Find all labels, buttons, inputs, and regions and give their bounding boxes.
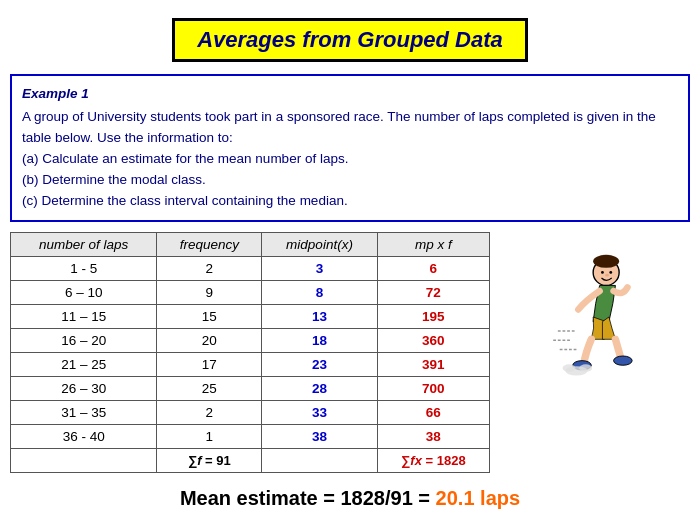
- col-header-mpf: mp x f: [377, 232, 489, 256]
- svg-point-8: [563, 364, 576, 371]
- cell-mp: 8: [262, 280, 377, 304]
- cell-freq: 17: [157, 352, 262, 376]
- col-header-freq: frequency: [157, 232, 262, 256]
- cell-freq: 1: [157, 424, 262, 448]
- sum-empty-2: [262, 448, 377, 472]
- mean-text: Mean estimate = 1828/91 =: [180, 487, 436, 509]
- cell-freq: 2: [157, 400, 262, 424]
- sum-row: ∑f = 91∑fx = 1828: [11, 448, 490, 472]
- table-header-row: number of laps frequency midpoint(x) mp …: [11, 232, 490, 256]
- svg-point-2: [601, 271, 604, 274]
- table-row: 36 - 4013838: [11, 424, 490, 448]
- cell-mp: 3: [262, 256, 377, 280]
- data-table: number of laps frequency midpoint(x) mp …: [10, 232, 490, 473]
- cell-freq: 9: [157, 280, 262, 304]
- mean-value: 20.1 laps: [436, 487, 521, 509]
- table-row: 1 - 5236: [11, 256, 490, 280]
- table-row: 11 – 151513195: [11, 304, 490, 328]
- cell-mp: 33: [262, 400, 377, 424]
- cell-freq: 25: [157, 376, 262, 400]
- runner-area: [490, 232, 690, 382]
- sum-mpf: ∑fx = 1828: [377, 448, 489, 472]
- mean-estimate: Mean estimate = 1828/91 = 20.1 laps: [0, 487, 700, 518]
- cell-mpf: 6: [377, 256, 489, 280]
- cell-mp: 38: [262, 424, 377, 448]
- cell-laps: 36 - 40: [11, 424, 157, 448]
- content-area: number of laps frequency midpoint(x) mp …: [10, 232, 690, 473]
- cell-mp: 23: [262, 352, 377, 376]
- svg-point-6: [614, 356, 633, 365]
- cell-laps: 1 - 5: [11, 256, 157, 280]
- cell-mpf: 391: [377, 352, 489, 376]
- cell-laps: 21 – 25: [11, 352, 157, 376]
- table-row: 26 – 302528700: [11, 376, 490, 400]
- table-row: 31 – 3523366: [11, 400, 490, 424]
- sum-empty-1: [11, 448, 157, 472]
- page-title: Averages from Grouped Data: [172, 18, 528, 62]
- col-header-mp: midpoint(x): [262, 232, 377, 256]
- cell-mpf: 38: [377, 424, 489, 448]
- svg-point-9: [579, 364, 592, 371]
- cell-freq: 20: [157, 328, 262, 352]
- svg-point-3: [609, 271, 612, 274]
- cell-laps: 6 – 10: [11, 280, 157, 304]
- table-row: 21 – 251723391: [11, 352, 490, 376]
- sum-freq: ∑f = 91: [157, 448, 262, 472]
- cell-mpf: 700: [377, 376, 489, 400]
- cell-laps: 26 – 30: [11, 376, 157, 400]
- cell-mp: 28: [262, 376, 377, 400]
- runner-icon: [535, 252, 655, 382]
- example-box: Example 1 A group of University students…: [10, 74, 690, 222]
- example-text: A group of University students took part…: [22, 109, 656, 208]
- cell-laps: 31 – 35: [11, 400, 157, 424]
- cell-mp: 18: [262, 328, 377, 352]
- svg-point-4: [605, 273, 609, 276]
- cell-mpf: 66: [377, 400, 489, 424]
- cell-mp: 13: [262, 304, 377, 328]
- title-container: Averages from Grouped Data: [0, 0, 700, 74]
- svg-point-1: [593, 254, 619, 267]
- cell-mpf: 360: [377, 328, 489, 352]
- col-header-laps: number of laps: [11, 232, 157, 256]
- cell-freq: 2: [157, 256, 262, 280]
- cell-mpf: 195: [377, 304, 489, 328]
- cell-mpf: 72: [377, 280, 489, 304]
- table-row: 16 – 202018360: [11, 328, 490, 352]
- table-row: 6 – 109872: [11, 280, 490, 304]
- cell-laps: 11 – 15: [11, 304, 157, 328]
- cell-freq: 15: [157, 304, 262, 328]
- cell-laps: 16 – 20: [11, 328, 157, 352]
- example-label: Example 1: [22, 84, 678, 105]
